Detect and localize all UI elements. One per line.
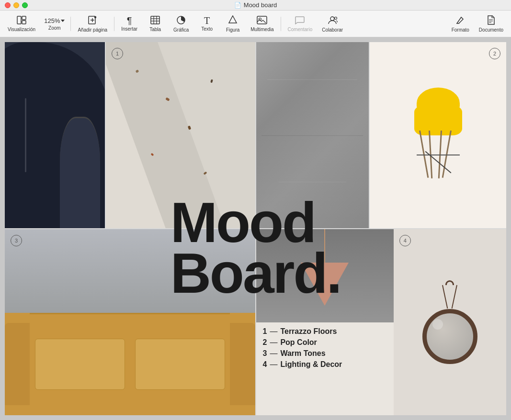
mirror-hook bbox=[445, 280, 454, 285]
tabla-icon bbox=[150, 16, 160, 26]
quadrant-1[interactable]: 1 bbox=[5, 42, 255, 228]
legend-item-2: 2 — Pop Color bbox=[263, 338, 387, 347]
yellow-chair-image bbox=[370, 42, 506, 228]
svg-point-16 bbox=[330, 17, 334, 21]
chair-edge bbox=[60, 117, 100, 228]
svg-point-17 bbox=[335, 17, 337, 19]
mirror-assembly bbox=[422, 280, 477, 364]
formato-label: Formato bbox=[452, 27, 469, 33]
svg-rect-7 bbox=[151, 16, 159, 24]
lamp-section bbox=[256, 229, 394, 322]
visualizacion-icon bbox=[17, 16, 26, 26]
quadrant-3[interactable]: 3 bbox=[5, 229, 255, 415]
texto-icon: T bbox=[204, 16, 210, 25]
lamp-shade bbox=[301, 263, 349, 306]
maximize-button[interactable] bbox=[22, 2, 28, 8]
chair-crossbar-1 bbox=[417, 155, 460, 155]
svg-marker-13 bbox=[229, 16, 237, 23]
legend-section: 1 — Terrazzo Floors 2 — Pop Color 3 — Wa… bbox=[256, 322, 394, 416]
sofa-cushion-left bbox=[35, 339, 125, 390]
mirror-circle bbox=[422, 309, 477, 364]
toolbar-anadir-pagina[interactable]: Añadir página bbox=[74, 13, 111, 34]
multimedia-icon bbox=[257, 16, 267, 26]
toolbar: Visualización 125% Zoom Añadir página ¶ … bbox=[0, 11, 511, 37]
yellow-chair bbox=[407, 88, 469, 183]
legend-item-4: 4 — Lighting & Decor bbox=[263, 360, 387, 369]
sofa-arm-right bbox=[230, 323, 255, 405]
grafica-label: Gráfica bbox=[173, 27, 189, 33]
canvas[interactable]: 1 bbox=[5, 42, 506, 415]
toolbar-insertar[interactable]: ¶ Insertar bbox=[117, 14, 141, 33]
toolbar-divider-1 bbox=[70, 17, 71, 31]
toolbar-visualizacion[interactable]: Visualización bbox=[4, 14, 39, 34]
multimedia-label: Multimedia bbox=[250, 27, 273, 32]
toolbar-texto[interactable]: T Texto bbox=[195, 14, 219, 33]
chair-seat bbox=[414, 102, 462, 135]
mirror-strap-right bbox=[452, 285, 457, 309]
toolbar-multimedia[interactable]: Multimedia bbox=[247, 14, 277, 34]
gray-wall bbox=[5, 229, 255, 322]
mirror-reflection bbox=[432, 319, 443, 330]
anadir-pagina-icon bbox=[88, 15, 97, 26]
toolbar-documento[interactable]: Documento bbox=[475, 13, 507, 34]
insertar-icon: ¶ bbox=[127, 16, 132, 25]
zoom-label: Zoom bbox=[48, 25, 61, 31]
concrete-image bbox=[256, 42, 369, 228]
zoom-value: 125% bbox=[44, 17, 65, 24]
quadrant-2[interactable]: 2 bbox=[256, 42, 507, 228]
insertar-label: Insertar bbox=[121, 26, 137, 32]
quadrant-4[interactable]: 1 — Terrazzo Floors 2 — Pop Color 3 — Wa… bbox=[256, 229, 507, 415]
toolbar-colaborar[interactable]: Colaborar bbox=[318, 13, 347, 34]
toolbar-divider-2 bbox=[114, 17, 114, 31]
mirror-section bbox=[394, 229, 506, 415]
legend-item-3: 3 — Warm Tones bbox=[263, 349, 387, 358]
pendant-lamp bbox=[301, 229, 349, 306]
main-content: 1 bbox=[0, 37, 511, 420]
page-number-1: 1 bbox=[112, 48, 123, 59]
texto-label: Texto bbox=[201, 26, 213, 32]
page-number-4: 4 bbox=[399, 235, 411, 246]
svg-rect-6 bbox=[94, 16, 96, 18]
mirror-straps bbox=[435, 285, 464, 309]
minimize-button[interactable] bbox=[13, 2, 19, 8]
sofa-arm-left bbox=[5, 323, 30, 405]
documento-icon bbox=[487, 15, 495, 26]
visualizacion-label: Visualización bbox=[8, 27, 35, 32]
lamp-cord bbox=[324, 229, 325, 263]
mirror-strap-left bbox=[442, 285, 448, 309]
svg-rect-0 bbox=[17, 16, 21, 24]
titlebar: 📄 Mood board bbox=[0, 0, 511, 11]
sofa-area bbox=[5, 313, 255, 415]
toolbar-zoom[interactable]: 125% Zoom bbox=[41, 15, 68, 33]
toolbar-grafica[interactable]: Gráfica bbox=[169, 13, 193, 34]
page-number-3: 3 bbox=[11, 235, 22, 246]
sofa-cushion-right bbox=[135, 339, 225, 390]
document-icon: 📄 bbox=[234, 2, 241, 9]
figura-label: Figura bbox=[226, 27, 239, 33]
comentario-icon bbox=[295, 16, 305, 26]
toolbar-comentario[interactable]: Comentario bbox=[284, 14, 317, 34]
toolbar-formato[interactable]: Formato bbox=[448, 13, 473, 34]
chair-image bbox=[5, 42, 105, 228]
terrazzo-image: 1 bbox=[106, 42, 255, 228]
window-title: 📄 Mood board bbox=[234, 1, 277, 9]
documento-label: Documento bbox=[479, 27, 503, 33]
page-number-2: 2 bbox=[489, 48, 500, 59]
toolbar-divider-3 bbox=[281, 17, 281, 31]
close-button[interactable] bbox=[5, 2, 11, 8]
legend-item-1: 1 — Terrazzo Floors bbox=[263, 327, 387, 336]
colaborar-label: Colaborar bbox=[322, 27, 343, 33]
anadir-pagina-label: Añadir página bbox=[78, 27, 107, 33]
toolbar-tabla[interactable]: Tabla bbox=[143, 14, 167, 34]
svg-rect-2 bbox=[22, 21, 26, 24]
figura-icon bbox=[228, 15, 238, 26]
traffic-lights bbox=[5, 2, 28, 8]
colaborar-icon bbox=[327, 15, 338, 26]
comentario-label: Comentario bbox=[288, 27, 313, 32]
grafica-icon bbox=[176, 15, 186, 26]
formato-icon bbox=[455, 15, 465, 26]
chair-highlight bbox=[25, 98, 26, 173]
tabla-label: Tabla bbox=[149, 27, 161, 32]
svg-rect-1 bbox=[22, 16, 26, 20]
toolbar-figura[interactable]: Figura bbox=[221, 13, 245, 34]
